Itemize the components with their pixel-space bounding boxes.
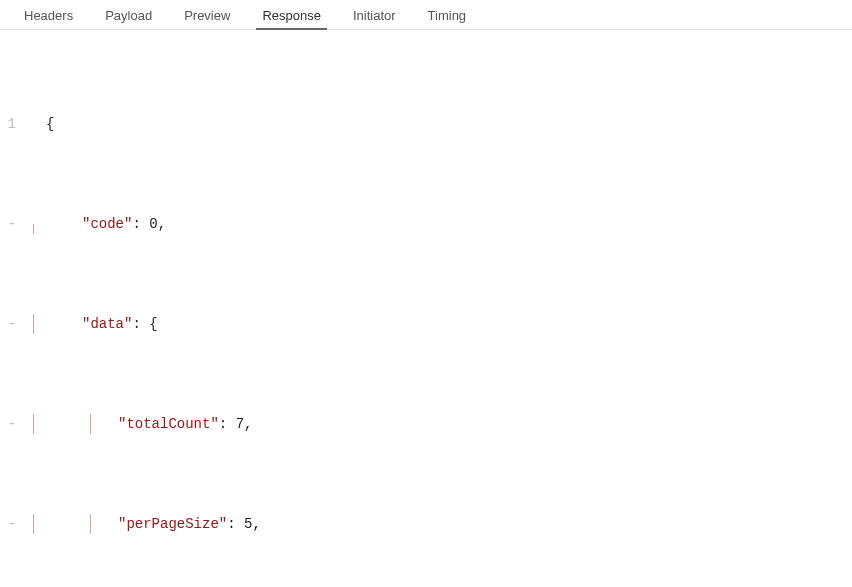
code-line: "totalCount": 7, [46, 414, 852, 434]
fold-dash[interactable]: - [0, 314, 22, 334]
code-line: "data": { [46, 314, 852, 334]
code-line: "perPageSize": 5, [46, 514, 852, 534]
tab-headers[interactable]: Headers [8, 2, 89, 29]
tab-timing[interactable]: Timing [412, 2, 483, 29]
fold-dash[interactable]: - [0, 214, 22, 234]
tab-payload[interactable]: Payload [89, 2, 168, 29]
fold-dash[interactable]: - [0, 514, 22, 534]
code-line: { [46, 114, 852, 134]
tab-initiator[interactable]: Initiator [337, 2, 412, 29]
response-body: 1 { - "code": 0, - "data": { - "totalCou… [0, 30, 852, 587]
devtools-tabs: Headers Payload Preview Response Initiat… [0, 0, 852, 30]
fold-dash[interactable]: - [0, 414, 22, 434]
tab-response[interactable]: Response [246, 2, 337, 29]
tab-preview[interactable]: Preview [168, 2, 246, 29]
line-number: 1 [0, 114, 22, 134]
code-line: "code": 0, [46, 214, 852, 234]
